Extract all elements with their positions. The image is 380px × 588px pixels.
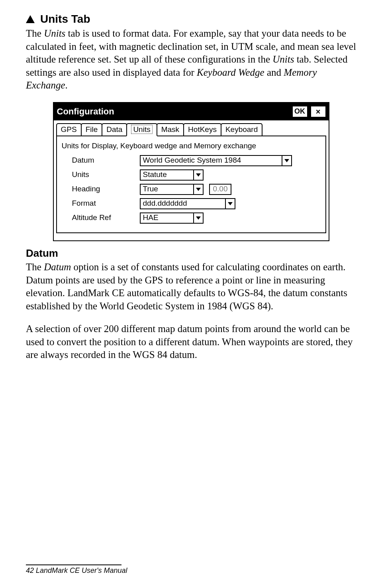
datum-heading: Datum (26, 247, 356, 260)
datum-paragraph-1: The Datum option is a set of constants u… (26, 261, 356, 313)
svg-marker-1 (284, 159, 289, 162)
heading-select[interactable]: True (140, 184, 204, 195)
tab-gps[interactable]: GPS (56, 123, 82, 136)
svg-marker-5 (196, 216, 201, 220)
chevron-down-icon (225, 199, 235, 208)
up-triangle-icon (26, 15, 35, 23)
section-heading: Units Tab (26, 12, 356, 26)
tab-page-units: Units for Display, Keyboard wedge and Me… (56, 136, 326, 233)
datum-select-value: World Geodetic System 1984 (141, 156, 282, 165)
label-datum: Datum (61, 155, 140, 165)
tab-units[interactable]: Units (126, 123, 157, 136)
tab-strip: GPS File Data Units Mask HotKeys Keyboar… (56, 123, 326, 136)
label-units: Units (61, 170, 140, 180)
altitude-ref-select[interactable]: HAE (140, 212, 204, 224)
chevron-down-icon (282, 156, 291, 165)
footer-rule (26, 564, 121, 565)
close-button[interactable]: × (310, 106, 326, 118)
svg-marker-4 (228, 202, 233, 205)
tab-description: Units for Display, Keyboard wedge and Me… (62, 141, 321, 151)
label-altitude-ref: Altitude Ref (61, 213, 140, 223)
tab-mask[interactable]: Mask (157, 123, 184, 136)
tab-hotkeys[interactable]: HotKeys (183, 123, 221, 136)
tab-keyboard[interactable]: Keyboard (221, 123, 262, 136)
dialog-title: Configuration (54, 106, 292, 118)
chevron-down-icon (193, 213, 203, 223)
tab-data[interactable]: Data (102, 123, 127, 136)
heading-offset-value: 0.00 (209, 184, 232, 195)
svg-marker-2 (196, 173, 201, 177)
format-select-value: ddd.ddddddd (141, 199, 225, 208)
intro-paragraph: The Units tab is used to format data. Fo… (26, 27, 356, 92)
dialog-titlebar: Configuration OK × (54, 103, 329, 120)
units-select[interactable]: Statute (140, 169, 204, 181)
footer-text: 42 LandMark CE User's Manual (26, 566, 127, 574)
datum-select[interactable]: World Geodetic System 1984 (140, 155, 292, 166)
section-title: Units Tab (40, 12, 90, 26)
label-format: Format (61, 199, 140, 208)
label-heading: Heading (61, 184, 140, 194)
chevron-down-icon (193, 170, 203, 180)
altitude-ref-select-value: HAE (141, 213, 193, 223)
configuration-dialog: Configuration OK × GPS File Data Units M… (53, 102, 329, 241)
ok-button[interactable]: OK (292, 106, 308, 118)
svg-marker-3 (196, 188, 201, 191)
chevron-down-icon (193, 185, 203, 194)
tab-file[interactable]: File (81, 123, 103, 136)
units-select-value: Statute (141, 170, 193, 180)
heading-select-value: True (141, 185, 193, 194)
page-footer: 42 LandMark CE User's Manual (26, 564, 127, 575)
svg-marker-0 (26, 15, 35, 23)
format-select[interactable]: ddd.ddddddd (140, 198, 235, 209)
datum-paragraph-2: A selection of over 200 different map da… (26, 323, 356, 362)
